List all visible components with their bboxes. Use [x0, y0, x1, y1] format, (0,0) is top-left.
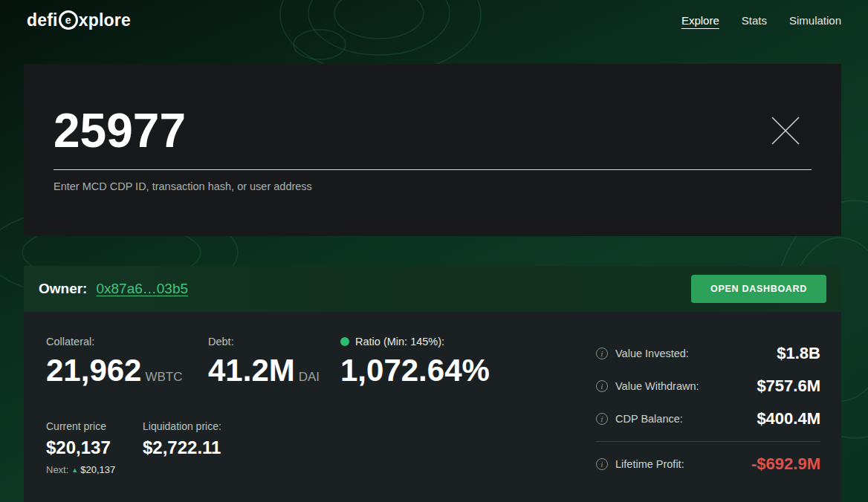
- info-icon[interactable]: i: [596, 380, 608, 392]
- logo[interactable]: defi e xplore: [27, 10, 131, 30]
- collateral-unit: WBTC: [145, 370, 182, 385]
- summary-row-value-invested: i Value Invested: $1.8B: [596, 337, 820, 370]
- collateral-stat: Collateral: 21,962 WBTC: [46, 336, 183, 386]
- next-price-value: $20,137: [80, 464, 115, 475]
- summary-row-lifetime-profit: i Lifetime Profit: -$692.9M: [596, 448, 820, 480]
- ratio-value: 1,072.64%: [340, 355, 490, 386]
- logo-e-icon: e: [59, 10, 78, 30]
- collateral-value: 21,962: [46, 355, 141, 386]
- info-icon[interactable]: i: [596, 458, 608, 470]
- next-price-label: Next:: [46, 464, 68, 475]
- liquidation-price-stat: Liquidation price: $2,722.11: [143, 420, 221, 457]
- liquidation-price-value: $2,722.11: [143, 438, 221, 457]
- search-underline: [54, 169, 812, 170]
- summary-row-cdp-balance: i CDP Balance: $400.4M: [596, 402, 820, 435]
- cdp-balance-label: CDP Balance:: [615, 413, 683, 425]
- debt-value: 41.2M: [208, 355, 295, 386]
- nav-explore[interactable]: Explore: [681, 14, 719, 27]
- ratio-status-dot: [340, 337, 349, 346]
- liquidation-price-label: Liquidation price:: [143, 420, 221, 432]
- value-withdrawn-value: $757.6M: [757, 376, 820, 396]
- owner-label: Owner:: [39, 281, 87, 297]
- logo-text-explore: xplore: [79, 10, 131, 30]
- close-icon[interactable]: [768, 114, 803, 148]
- open-dashboard-button[interactable]: OPEN DASHBOARD: [691, 275, 826, 303]
- owner-bar: Owner: 0x87a6…03b5 OPEN DASHBOARD: [24, 266, 841, 312]
- value-invested-label: Value Invested:: [615, 348, 689, 359]
- debt-label: Debt:: [208, 336, 320, 348]
- value-summary: i Value Invested: $1.8B i Value Withdraw…: [596, 337, 820, 480]
- summary-row-value-withdrawn: i Value Withdrawn: $757.6M: [596, 370, 820, 402]
- current-price-value: $20,137: [46, 438, 115, 457]
- search-helper-text: Enter MCD CDP ID, transaction hash, or u…: [54, 180, 812, 192]
- price-up-icon: ▲: [71, 466, 78, 474]
- cdp-balance-value: $400.4M: [757, 409, 820, 428]
- owner-address-link[interactable]: 0x87a6…03b5: [96, 281, 188, 297]
- main-nav: Explore Stats Simulation: [681, 14, 841, 27]
- ratio-stat: Ratio (Min: 145%): 1,072.64%: [340, 336, 490, 386]
- value-invested-value: $1.8B: [777, 344, 820, 363]
- logo-text-defi: defi: [27, 10, 58, 30]
- nav-simulation[interactable]: Simulation: [789, 14, 841, 27]
- header: defi e xplore Explore Stats Simulation: [0, 0, 868, 40]
- search-card: Enter MCD CDP ID, transaction hash, or u…: [24, 64, 841, 236]
- lifetime-profit-label: Lifetime Profit:: [615, 458, 684, 470]
- collateral-label: Collateral:: [46, 336, 183, 348]
- ratio-label: Ratio (Min: 145%):: [355, 336, 444, 348]
- value-withdrawn-label: Value Withdrawn:: [615, 380, 699, 392]
- debt-unit: DAI: [299, 370, 320, 385]
- summary-divider: [596, 441, 820, 442]
- search-input[interactable]: [54, 103, 754, 158]
- cdp-stats-panel: Collateral: 21,962 WBTC Debt: 41.2M DAI …: [24, 312, 841, 502]
- current-price-label: Current price: [46, 420, 115, 432]
- nav-stats[interactable]: Stats: [742, 14, 767, 27]
- lifetime-profit-value: -$692.9M: [751, 454, 820, 474]
- info-icon[interactable]: i: [596, 348, 608, 359]
- info-icon[interactable]: i: [596, 413, 608, 425]
- debt-stat: Debt: 41.2M DAI: [208, 336, 320, 386]
- current-price-stat: Current price $20,137 Next: ▲ $20,137: [46, 420, 115, 475]
